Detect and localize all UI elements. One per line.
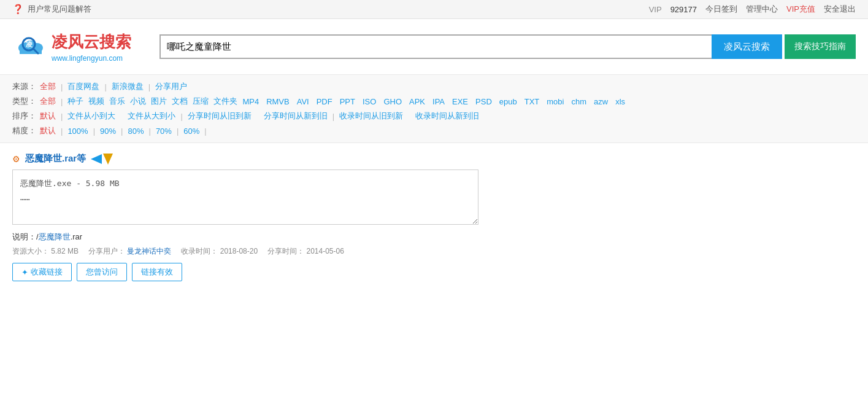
svg-marker-7 [91, 154, 102, 164]
top-bar-right: VIP 929177 今日签到 管理中心 VIP充值 安全退出 [649, 4, 856, 15]
type-video[interactable]: 视频 [88, 96, 104, 107]
search-button[interactable]: 凌风云搜索 [712, 34, 782, 59]
type-seed[interactable]: 种子 [67, 96, 83, 107]
precision-70[interactable]: 70% [156, 127, 172, 136]
top-bar: ❓ 用户常见问题解答 VIP 929177 今日签到 管理中心 VIP充值 安全… [0, 0, 868, 19]
type-exe[interactable]: EXE [452, 97, 468, 106]
main-content: ⚙ 恶魔降世.rar等 恶魔降世.exe - 5.98 MB …… 说明：/恶魔… [0, 143, 868, 303]
logo-url: www.lingfengyun.com [52, 54, 131, 63]
type-gho[interactable]: GHO [383, 97, 402, 106]
type-epub[interactable]: epub [499, 97, 517, 106]
header: 凌 凌风云搜索 www.lingfengyun.com 凌风云搜索 搜索技巧指南 [0, 19, 868, 74]
result-content-box[interactable]: 恶魔降世.exe - 5.98 MB …… [12, 169, 478, 225]
logo-icon: 凌 [12, 28, 49, 65]
vip-number: 929177 [670, 5, 697, 14]
logout-link[interactable]: 安全退出 [824, 4, 856, 15]
type-filter-row: 类型： 全部 | 种子 视频 音乐 小说 图片 文档 压缩 文件夹 MP4 RM… [12, 96, 856, 107]
type-mp4[interactable]: MP4 [242, 97, 259, 106]
logo-main: 凌 凌风云搜索 www.lingfengyun.com [12, 28, 131, 65]
type-apk[interactable]: APK [409, 97, 425, 106]
precision-filter-row: 精度： 默认 | 100% | 90% | 80% | 70% | 60% | [12, 125, 856, 136]
type-rmvb[interactable]: RMVB [266, 97, 290, 106]
visited-btn[interactable]: 您曾访问 [77, 263, 127, 281]
logo-area: 凌 凌风云搜索 www.lingfengyun.com [12, 28, 147, 65]
collect-info: 收录时间： 2018-08-20 [181, 246, 258, 257]
precision-100[interactable]: 100% [67, 127, 88, 136]
type-mobi[interactable]: mobi [547, 97, 564, 106]
collect-value: 2018-08-20 [220, 247, 258, 255]
result-actions: ✦ 收藏链接 您曾访问 链接有效 [12, 263, 856, 281]
arrow-down-icon [103, 154, 113, 165]
vip-recharge-link[interactable]: VIP充值 [786, 4, 815, 15]
result-item: ⚙ 恶魔降世.rar等 恶魔降世.exe - 5.98 MB …… 说明：/恶魔… [12, 153, 856, 281]
precision-default[interactable]: 默认 [40, 125, 56, 136]
source-baidu[interactable]: 百度网盘 [67, 81, 99, 92]
type-psd[interactable]: PSD [475, 97, 492, 106]
source-sina[interactable]: 新浪微盘 [112, 81, 144, 92]
logo-title: 凌风云搜索 [52, 31, 131, 53]
type-azw[interactable]: azw [594, 97, 608, 106]
top-bar-left: ❓ 用户常见问题解答 [12, 4, 91, 15]
tips-button[interactable]: 搜索技巧指南 [785, 34, 856, 59]
type-zip[interactable]: 压缩 [193, 96, 209, 107]
logo-text-group: 凌风云搜索 www.lingfengyun.com [52, 31, 131, 63]
signin-link[interactable]: 今日签到 [705, 4, 737, 15]
source-user[interactable]: 分享用户 [155, 81, 187, 92]
type-all[interactable]: 全部 [40, 96, 56, 107]
sort-default[interactable]: 默认 [40, 111, 56, 122]
result-arrows [91, 154, 113, 165]
sort-collect-asc[interactable]: 收录时间从旧到新 [339, 111, 403, 122]
desc-link[interactable]: 恶魔降世 [39, 232, 71, 241]
type-avi[interactable]: AVI [297, 97, 309, 106]
sort-share-desc[interactable]: 分享时间从新到旧 [264, 111, 328, 122]
type-image[interactable]: 图片 [151, 96, 167, 107]
size-value: 5.82 MB [51, 247, 79, 255]
sort-size-desc[interactable]: 文件从大到小 [128, 111, 175, 122]
sort-label: 排序： [12, 111, 36, 122]
sort-size-asc[interactable]: 文件从小到大 [67, 111, 115, 122]
source-all[interactable]: 全部 [40, 81, 56, 92]
arrow-left-icon [91, 154, 102, 164]
type-music[interactable]: 音乐 [109, 96, 125, 107]
filter-bar: 来源： 全部 | 百度网盘 | 新浪微盘 | 分享用户 类型： 全部 | 种子 … [0, 74, 868, 143]
collect-icon: ✦ [21, 268, 28, 277]
share-info: 分享时间： 2014-05-06 [267, 246, 344, 257]
sharer-label: 分享用户： [88, 247, 125, 255]
help-icon: ❓ [12, 4, 24, 15]
svg-marker-8 [103, 154, 113, 165]
valid-btn[interactable]: 链接有效 [132, 263, 182, 281]
precision-60[interactable]: 60% [183, 127, 199, 136]
result-title-link[interactable]: 恶魔降世.rar等 [25, 153, 86, 165]
collect-label: 收录时间： [181, 247, 218, 255]
precision-90[interactable]: 90% [100, 127, 116, 136]
desc-suffix: .rar [71, 232, 83, 241]
type-xls[interactable]: xls [615, 97, 625, 106]
admin-link[interactable]: 管理中心 [746, 4, 778, 15]
type-txt[interactable]: TXT [524, 97, 540, 106]
logo-svg: 凌 [12, 28, 49, 65]
sort-collect-desc[interactable]: 收录时间从新到旧 [415, 111, 479, 122]
sharer-link[interactable]: 曼龙神话中奕 [127, 247, 171, 255]
type-ipa[interactable]: IPA [432, 97, 445, 106]
type-pdf[interactable]: PDF [317, 97, 332, 106]
type-chm[interactable]: chm [571, 97, 586, 106]
size-info: 资源大小： 5.82 MB [12, 246, 79, 257]
type-iso[interactable]: ISO [363, 97, 376, 106]
search-input[interactable] [159, 34, 712, 59]
sort-filter-row: 排序： 默认 | 文件从小到大 文件从大到小 | 分享时间从旧到新 分享时间从新… [12, 111, 856, 122]
svg-text:凌: 凌 [26, 41, 33, 48]
size-label: 资源大小： [12, 247, 49, 255]
type-folder[interactable]: 文件夹 [213, 96, 237, 107]
type-novel[interactable]: 小说 [130, 96, 146, 107]
help-link[interactable]: 用户常见问题解答 [28, 4, 91, 15]
source-label: 来源： [12, 81, 36, 92]
sharer-info: 分享用户： 曼龙神话中奕 [88, 246, 171, 257]
precision-80[interactable]: 80% [128, 127, 144, 136]
type-doc[interactable]: 文档 [172, 96, 188, 107]
share-value: 2014-05-06 [306, 247, 344, 255]
sort-share-asc[interactable]: 分享时间从旧到新 [188, 111, 252, 122]
result-title-row: ⚙ 恶魔降世.rar等 [12, 153, 856, 165]
type-label: 类型： [12, 96, 36, 107]
type-ppt[interactable]: PPT [340, 97, 355, 106]
collect-btn[interactable]: ✦ 收藏链接 [12, 263, 72, 281]
